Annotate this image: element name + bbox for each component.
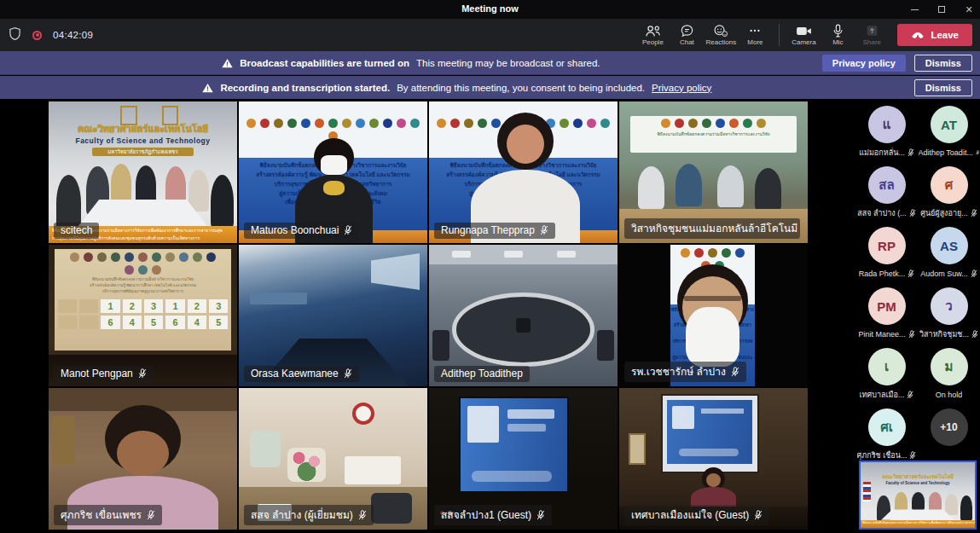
dismiss-button[interactable]: Dismiss [914,79,972,96]
meeting-title: Meeting now [0,3,980,14]
roster-item[interactable]: AS Audom Suw... [919,227,980,278]
avatar: สล [868,166,906,204]
number-cards-row1: 1 2 3 1 2 3 [58,299,229,313]
shield-icon [9,26,21,44]
camera-button[interactable]: Camera [788,20,819,50]
roster-item[interactable]: RP Rada Phetk... [856,227,918,278]
camera-icon [796,25,812,38]
reactions-icon [713,24,728,38]
roster-item[interactable]: เ เทศบาลเมือ... [856,348,918,399]
roster-item-overflow[interactable]: +10 [919,408,980,460]
mic-off-icon [909,209,916,217]
recording-banner: Recording and transcription started. By … [0,76,980,99]
video-tile-maturos[interactable]: พิธีลงนามบันทึกข้อตกลงความร่วมมือทางวิชา… [239,101,427,243]
participant-nametag: เทศบาลเมืองแม่ใจ (Guest) [624,505,769,525]
avatar: ศ [931,166,968,204]
reactions-button[interactable]: Reactions [705,20,736,50]
more-icon [747,24,763,38]
roster-item-on-hold[interactable]: ม On hold [919,348,980,399]
flowers [287,448,325,482]
wall-sign: คณะวิทยาศาสตร์และเทคโนโลยี Faculty of Sc… [64,121,223,156]
avatar: แ [868,106,906,143]
overflow-count-badge: +10 [931,408,968,446]
roster-item[interactable]: AT Adithep Toadit... [919,106,980,157]
close-button[interactable]: ✕ [963,3,975,15]
video-tile-wetchaarak[interactable]: พิธีลงนามบันทึกข้อตกลงความร่วมมือทางวิชา… [619,245,808,386]
participant-nametag: วิสาหกิจชุมชนแม่มอกหลันล้าอีโคโนมี (Gu..… [624,218,800,239]
video-tile-scitech[interactable]: คณะวิทยาศาสตร์และเทคโนโลยี Faculty of Sc… [49,101,237,243]
participant-nametag: Manot Pengpan [54,366,154,382]
mic-off-icon [358,510,367,520]
banner-title: Broadcast capabilities are turned on [240,58,409,68]
chat-button[interactable]: Chat [671,20,702,50]
mic-off-icon [907,391,913,399]
restore-button[interactable] [936,3,948,15]
roster-item[interactable]: ว วิสาหกิจชุมช... [919,287,980,339]
mic-off-icon [909,451,916,460]
mic-off-icon [536,510,545,520]
hangup-icon [911,30,925,40]
mic-off-icon [971,269,977,278]
roster-item[interactable]: สล สสจ ลำปาง (... [856,166,918,217]
dismiss-button[interactable]: Dismiss [914,55,972,72]
roster-item[interactable]: PM Pinit Manee... [856,287,918,339]
video-tile-supakrit[interactable]: ศุภกริช เขื่อนเพชร [49,388,237,530]
video-tile-maejai[interactable]: เทศบาลเมืองแม่ใจ (Guest) [619,388,808,530]
avatar: RP [868,227,906,264]
video-tile-manot[interactable]: พิธีลงนามบันทึกข้อตกลงความร่วมมือทางวิชา… [49,245,237,386]
participant-nametag: Orasa Kaewmanee [244,366,359,382]
recording-indicator-icon [32,31,42,40]
more-button[interactable]: More [739,20,770,50]
video-tile-orasa[interactable]: Orasa Kaewmanee [239,245,427,386]
warning-icon [202,83,213,93]
avatar: เ [868,348,906,385]
pip-video-feed: คณะวิทยาศาสตร์และเทคโนโลยี Faculty of Sc… [861,462,975,528]
avatar: PM [868,287,906,325]
banner-message: By attending this meeting, you consent t… [397,83,645,93]
roster-item[interactable]: แ แม่มอกหลั่น... [856,106,918,157]
share-icon [865,24,879,38]
privacy-policy-button[interactable]: Privacy policy [822,55,906,72]
video-tile-adithep[interactable]: Adithep Toadithep [429,245,618,386]
mic-button[interactable]: Mic [822,20,853,50]
video-tile-ssj-lampang[interactable]: สสจ ลำปาง (ผู้เยี่ยมชม) [239,388,427,530]
participant-nametag: สสจ ลำปาง (ผู้เยี่ยมชม) [244,505,374,525]
participant-nametag: Adithep Toadithep [434,366,530,382]
mic-off-icon [908,330,915,339]
avatar: ม [931,348,968,385]
video-tile-ssj-lampang1[interactable]: สสจลำปาง1 (Guest) [429,388,618,530]
participant-nametag: สสจลำปาง1 (Guest) [434,505,552,525]
mic-icon [832,24,844,38]
video-tile-wisahakit[interactable]: พิธีลงนามบันทึกข้อตกลงความร่วมมือทางวิชา… [619,101,808,243]
video-tile-rungnapa[interactable]: พิธีลงนามบันทึกข้อตกลงความร่วมมือทางวิชา… [429,101,618,243]
chat-icon [680,24,694,38]
warning-icon [222,58,233,68]
banner-message: This meeting may be broadcast or shared. [416,58,600,68]
roster-item[interactable]: ศเ ศุภกริช เชื่อน... [856,408,918,460]
pip-self-view[interactable]: คณะวิทยาศาสตร์และเทคโนโลยี Faculty of Sc… [859,461,977,530]
meeting-control-bar: 04:42:09 People Chat Reactions More Came… [0,19,980,51]
leave-button[interactable]: Leave [897,24,972,46]
banner-title: Recording and transcription started. [220,83,390,93]
people-icon [645,25,661,38]
avatar: ศเ [868,408,906,446]
meeting-timer: 04:42:09 [53,30,93,40]
projection-screen [459,397,568,493]
projection-screen [661,394,759,473]
participant-nametag: Rungnapa Thepprap [434,223,555,239]
privacy-policy-link[interactable]: Privacy policy [652,83,711,93]
people-button[interactable]: People [637,20,668,50]
mic-off-icon [540,225,548,235]
minimize-button[interactable] [908,3,920,15]
video-grid: คณะวิทยาศาสตร์และเทคโนโลยี Faculty of Sc… [49,101,808,530]
mic-off-icon [976,148,980,157]
projection-screen: พิธีลงนามบันทึกข้อตกลงความร่วมมือทางวิชา… [55,249,232,351]
mic-off-icon [971,209,977,217]
mic-off-icon [344,368,352,379]
roster-item[interactable]: ศ ศูนย์ผู้สูงอายุ... [919,166,980,217]
mic-off-icon [344,225,352,235]
wall-clock [352,403,374,425]
mic-off-icon [754,510,763,520]
mic-off-icon [908,269,914,278]
mic-off-icon [138,368,147,379]
